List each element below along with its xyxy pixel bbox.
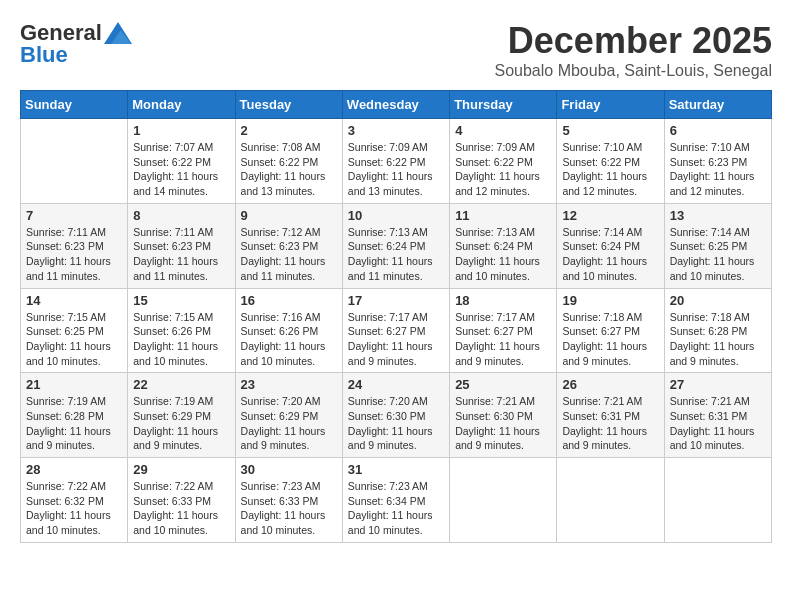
day-info: Sunrise: 7:14 AM Sunset: 6:24 PM Dayligh… — [562, 225, 658, 284]
daylight-text: Daylight: 11 hours and 9 minutes. — [562, 425, 647, 452]
day-number: 8 — [133, 208, 229, 223]
daylight-text: Daylight: 11 hours and 9 minutes. — [670, 340, 755, 367]
day-info: Sunrise: 7:11 AM Sunset: 6:23 PM Dayligh… — [26, 225, 122, 284]
sunset-text: Sunset: 6:25 PM — [670, 240, 748, 252]
calendar-header-row: Sunday Monday Tuesday Wednesday Thursday… — [21, 91, 772, 119]
sunset-text: Sunset: 6:25 PM — [26, 325, 104, 337]
day-info: Sunrise: 7:20 AM Sunset: 6:29 PM Dayligh… — [241, 394, 337, 453]
day-number: 1 — [133, 123, 229, 138]
daylight-text: Daylight: 11 hours and 9 minutes. — [455, 425, 540, 452]
daylight-text: Daylight: 11 hours and 10 minutes. — [241, 509, 326, 536]
day-number: 2 — [241, 123, 337, 138]
calendar-cell: 3 Sunrise: 7:09 AM Sunset: 6:22 PM Dayli… — [342, 119, 449, 204]
daylight-text: Daylight: 11 hours and 13 minutes. — [348, 170, 433, 197]
daylight-text: Daylight: 11 hours and 11 minutes. — [26, 255, 111, 282]
sunset-text: Sunset: 6:24 PM — [455, 240, 533, 252]
day-number: 30 — [241, 462, 337, 477]
calendar-week-row: 14 Sunrise: 7:15 AM Sunset: 6:25 PM Dayl… — [21, 288, 772, 373]
daylight-text: Daylight: 11 hours and 9 minutes. — [241, 425, 326, 452]
day-info: Sunrise: 7:20 AM Sunset: 6:30 PM Dayligh… — [348, 394, 444, 453]
day-number: 15 — [133, 293, 229, 308]
calendar-cell — [450, 458, 557, 543]
daylight-text: Daylight: 11 hours and 11 minutes. — [133, 255, 218, 282]
day-number: 27 — [670, 377, 766, 392]
calendar-cell: 11 Sunrise: 7:13 AM Sunset: 6:24 PM Dayl… — [450, 203, 557, 288]
sunrise-text: Sunrise: 7:08 AM — [241, 141, 321, 153]
day-number: 7 — [26, 208, 122, 223]
col-thursday: Thursday — [450, 91, 557, 119]
sunset-text: Sunset: 6:31 PM — [562, 410, 640, 422]
daylight-text: Daylight: 11 hours and 11 minutes. — [241, 255, 326, 282]
calendar-cell: 2 Sunrise: 7:08 AM Sunset: 6:22 PM Dayli… — [235, 119, 342, 204]
sunrise-text: Sunrise: 7:09 AM — [455, 141, 535, 153]
sunset-text: Sunset: 6:29 PM — [241, 410, 319, 422]
sunset-text: Sunset: 6:30 PM — [348, 410, 426, 422]
calendar-cell: 22 Sunrise: 7:19 AM Sunset: 6:29 PM Dayl… — [128, 373, 235, 458]
calendar-cell: 21 Sunrise: 7:19 AM Sunset: 6:28 PM Dayl… — [21, 373, 128, 458]
daylight-text: Daylight: 11 hours and 9 minutes. — [26, 425, 111, 452]
day-number: 18 — [455, 293, 551, 308]
day-info: Sunrise: 7:17 AM Sunset: 6:27 PM Dayligh… — [455, 310, 551, 369]
day-info: Sunrise: 7:11 AM Sunset: 6:23 PM Dayligh… — [133, 225, 229, 284]
daylight-text: Daylight: 11 hours and 12 minutes. — [670, 170, 755, 197]
day-number: 23 — [241, 377, 337, 392]
sunrise-text: Sunrise: 7:18 AM — [670, 311, 750, 323]
sunrise-text: Sunrise: 7:19 AM — [133, 395, 213, 407]
sunset-text: Sunset: 6:22 PM — [133, 156, 211, 168]
daylight-text: Daylight: 11 hours and 12 minutes. — [455, 170, 540, 197]
day-info: Sunrise: 7:15 AM Sunset: 6:25 PM Dayligh… — [26, 310, 122, 369]
page-header: General Blue December 2025 Soubalo Mboub… — [20, 20, 772, 80]
sunset-text: Sunset: 6:29 PM — [133, 410, 211, 422]
sunset-text: Sunset: 6:24 PM — [348, 240, 426, 252]
day-info: Sunrise: 7:18 AM Sunset: 6:28 PM Dayligh… — [670, 310, 766, 369]
sunset-text: Sunset: 6:27 PM — [562, 325, 640, 337]
sunrise-text: Sunrise: 7:22 AM — [26, 480, 106, 492]
sunset-text: Sunset: 6:30 PM — [455, 410, 533, 422]
day-info: Sunrise: 7:22 AM Sunset: 6:32 PM Dayligh… — [26, 479, 122, 538]
calendar-week-row: 21 Sunrise: 7:19 AM Sunset: 6:28 PM Dayl… — [21, 373, 772, 458]
calendar-cell: 16 Sunrise: 7:16 AM Sunset: 6:26 PM Dayl… — [235, 288, 342, 373]
sunset-text: Sunset: 6:23 PM — [26, 240, 104, 252]
daylight-text: Daylight: 11 hours and 10 minutes. — [562, 255, 647, 282]
daylight-text: Daylight: 11 hours and 9 minutes. — [133, 425, 218, 452]
calendar-cell: 7 Sunrise: 7:11 AM Sunset: 6:23 PM Dayli… — [21, 203, 128, 288]
title-block: December 2025 Soubalo Mbouba, Saint-Loui… — [494, 20, 772, 80]
calendar-cell: 1 Sunrise: 7:07 AM Sunset: 6:22 PM Dayli… — [128, 119, 235, 204]
calendar-cell: 27 Sunrise: 7:21 AM Sunset: 6:31 PM Dayl… — [664, 373, 771, 458]
calendar-cell: 25 Sunrise: 7:21 AM Sunset: 6:30 PM Dayl… — [450, 373, 557, 458]
sunrise-text: Sunrise: 7:21 AM — [670, 395, 750, 407]
day-info: Sunrise: 7:08 AM Sunset: 6:22 PM Dayligh… — [241, 140, 337, 199]
sunset-text: Sunset: 6:26 PM — [133, 325, 211, 337]
logo-icon — [104, 22, 132, 44]
day-info: Sunrise: 7:16 AM Sunset: 6:26 PM Dayligh… — [241, 310, 337, 369]
day-info: Sunrise: 7:21 AM Sunset: 6:30 PM Dayligh… — [455, 394, 551, 453]
sunrise-text: Sunrise: 7:20 AM — [348, 395, 428, 407]
calendar-cell: 13 Sunrise: 7:14 AM Sunset: 6:25 PM Dayl… — [664, 203, 771, 288]
day-info: Sunrise: 7:14 AM Sunset: 6:25 PM Dayligh… — [670, 225, 766, 284]
col-monday: Monday — [128, 91, 235, 119]
sunrise-text: Sunrise: 7:13 AM — [455, 226, 535, 238]
daylight-text: Daylight: 11 hours and 13 minutes. — [241, 170, 326, 197]
calendar-cell: 9 Sunrise: 7:12 AM Sunset: 6:23 PM Dayli… — [235, 203, 342, 288]
daylight-text: Daylight: 11 hours and 9 minutes. — [348, 340, 433, 367]
calendar-table: Sunday Monday Tuesday Wednesday Thursday… — [20, 90, 772, 543]
sunrise-text: Sunrise: 7:17 AM — [348, 311, 428, 323]
daylight-text: Daylight: 11 hours and 10 minutes. — [133, 340, 218, 367]
calendar-cell: 24 Sunrise: 7:20 AM Sunset: 6:30 PM Dayl… — [342, 373, 449, 458]
sunrise-text: Sunrise: 7:21 AM — [562, 395, 642, 407]
day-info: Sunrise: 7:09 AM Sunset: 6:22 PM Dayligh… — [455, 140, 551, 199]
calendar-cell: 20 Sunrise: 7:18 AM Sunset: 6:28 PM Dayl… — [664, 288, 771, 373]
sunset-text: Sunset: 6:33 PM — [133, 495, 211, 507]
calendar-cell: 10 Sunrise: 7:13 AM Sunset: 6:24 PM Dayl… — [342, 203, 449, 288]
sunrise-text: Sunrise: 7:23 AM — [241, 480, 321, 492]
sunrise-text: Sunrise: 7:07 AM — [133, 141, 213, 153]
sunset-text: Sunset: 6:27 PM — [455, 325, 533, 337]
calendar-cell — [21, 119, 128, 204]
day-info: Sunrise: 7:10 AM Sunset: 6:22 PM Dayligh… — [562, 140, 658, 199]
daylight-text: Daylight: 11 hours and 10 minutes. — [133, 509, 218, 536]
sunrise-text: Sunrise: 7:20 AM — [241, 395, 321, 407]
sunset-text: Sunset: 6:22 PM — [455, 156, 533, 168]
month-title: December 2025 — [494, 20, 772, 62]
day-number: 17 — [348, 293, 444, 308]
day-info: Sunrise: 7:13 AM Sunset: 6:24 PM Dayligh… — [455, 225, 551, 284]
